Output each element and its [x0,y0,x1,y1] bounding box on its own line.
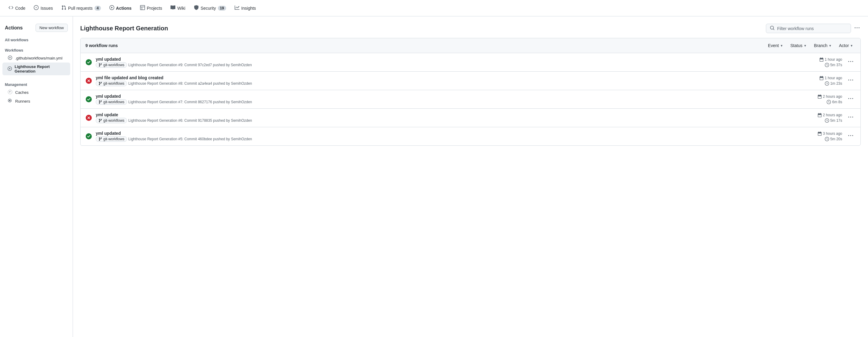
run-time: 1 hour ago [819,57,842,62]
run-meta: 1 hour ago 1m 23s [819,76,842,86]
run-time: 2 hours ago [817,113,842,117]
runs-header: 9 workflow runs Event ▼ Status ▼ Branch … [81,38,860,53]
table-row[interactable]: yml file updated and blog created git-wo… [81,72,860,90]
sidebar-item-lighthouse[interactable]: Lighthouse Report Generation [2,63,70,75]
nav-item-pull-requests[interactable]: Pull requests 4 [58,3,104,14]
run-duration-value: 1m 23s [830,81,842,86]
table-row[interactable]: yml updated git-workflows Lighthouse Rep… [81,127,860,145]
run-time-ago: 1 hour ago [825,76,842,80]
nav-item-issues[interactable]: Issues [30,3,56,14]
management-label: Management [0,80,73,88]
run-title: yml updated [96,57,816,62]
run-duration-value: 5m 37s [830,63,842,67]
nav-item-code[interactable]: Code [5,3,29,14]
sidebar-header: Actions New workflow [0,21,73,36]
sidebar-title: Actions [5,25,23,31]
nav-label-insights: Insights [241,6,256,11]
filter-actor-button[interactable]: Actor ▼ [836,42,856,49]
run-subtitle: git-workflows Lighthouse Report Generati… [96,99,814,105]
run-branch-badge[interactable]: git-workflows [96,136,127,142]
run-branch-badge[interactable]: git-workflows [96,99,127,105]
run-more-options-button[interactable] [846,113,856,122]
table-row[interactable]: yml updated git-workflows Lighthouse Rep… [81,53,860,72]
workflows-section-label: All workflows [0,36,73,43]
nav-item-insights[interactable]: Insights [231,3,259,14]
search-input[interactable] [777,26,847,31]
new-workflow-button[interactable]: New workflow [36,24,68,32]
sidebar-item-runners[interactable]: Runners [2,97,70,106]
run-branch-badge[interactable]: git-workflows [96,118,127,123]
event-chevron-icon: ▼ [780,44,783,47]
filter-event-label: Event [768,43,779,48]
run-title: yml updated [96,94,814,99]
sidebar-item-label-runners: Runners [15,99,30,104]
run-more-options-button[interactable] [846,58,856,67]
run-meta: 2 hours ago 6m 8s [817,94,842,104]
main-content: Lighthouse Report Generation [73,16,868,337]
sidebar-item-main-yml[interactable]: .github/workflows/main.yml [2,54,70,63]
run-info: yml file updated and blog created git-wo… [96,75,816,86]
run-message: Lighthouse Report Generation #5: Commit … [128,137,252,141]
run-meta: 1 hour ago 5m 37s [819,57,842,67]
top-nav: Code Issues Pull requests 4 Actions [0,0,868,16]
run-branch-badge[interactable]: git-workflows [96,81,127,86]
insights-icon [235,5,240,11]
run-branch-badge[interactable]: git-workflows [96,62,127,68]
run-time-ago: 2 hours ago [823,113,842,117]
search-icon [770,26,775,31]
filter-status-button[interactable]: Status ▼ [788,42,809,49]
sidebar-item-caches[interactable]: Caches [2,88,70,97]
nav-item-projects[interactable]: Projects [136,3,166,14]
filter-branch-button[interactable]: Branch ▼ [811,42,834,49]
runs-filters: Event ▼ Status ▼ Branch ▼ Actor ▼ [766,42,856,49]
main-layout: Actions New workflow All workflows Workf… [0,16,868,337]
nav-item-actions[interactable]: Actions [106,3,135,14]
search-box[interactable] [766,24,851,33]
runners-icon [7,99,13,104]
run-more-options-button[interactable] [846,132,856,141]
security-badge: 19 [218,6,226,11]
security-icon [194,5,199,11]
nav-label-wiki: Wiki [177,6,185,11]
run-message: Lighthouse Report Generation #6: Commit … [128,119,252,123]
run-more-options-button[interactable] [846,95,856,104]
nav-item-wiki[interactable]: Wiki [167,3,189,14]
run-subtitle: git-workflows Lighthouse Report Generati… [96,118,814,123]
filter-event-button[interactable]: Event ▼ [766,42,786,49]
run-time-ago: 2 hours ago [823,94,842,99]
table-row[interactable]: yml update git-workflows Lighthouse Repo… [81,109,860,127]
run-info: yml update git-workflows Lighthouse Repo… [96,112,814,123]
runs-list: yml updated git-workflows Lighthouse Rep… [81,53,860,145]
run-subtitle: git-workflows Lighthouse Report Generati… [96,81,816,86]
status-chevron-icon: ▼ [804,44,807,47]
run-more-options-button[interactable] [846,76,856,85]
workflows-label: Workflows [0,46,73,54]
filter-branch-label: Branch [814,43,827,48]
runs-container: 9 workflow runs Event ▼ Status ▼ Branch … [80,38,861,146]
nav-label-security: Security [200,6,216,11]
table-row[interactable]: yml updated git-workflows Lighthouse Rep… [81,90,860,109]
run-status-icon [85,114,92,121]
run-title: yml updated [96,131,814,136]
actions-icon [110,5,114,11]
run-duration: 5m 17s [825,119,842,123]
run-time: 2 hours ago [817,94,842,99]
run-status-icon [85,77,92,84]
run-subtitle: git-workflows Lighthouse Report Generati… [96,62,816,68]
workflow-icon-main [7,56,13,61]
nav-item-security[interactable]: Security 19 [190,3,230,14]
run-time-ago: 1 hour ago [825,57,842,62]
run-status-icon [85,96,92,103]
wiki-icon [170,5,175,11]
run-meta: 3 hours ago 5m 20s [817,131,842,141]
more-options-button[interactable] [854,24,861,33]
run-status-icon [85,133,92,140]
run-time-ago: 3 hours ago [823,131,842,136]
run-duration-value: 6m 8s [832,100,842,104]
nav-label-pull-requests: Pull requests [68,6,93,11]
nav-label-actions: Actions [116,6,132,11]
code-icon [8,5,13,11]
run-info: yml updated git-workflows Lighthouse Rep… [96,94,814,105]
run-message: Lighthouse Report Generation #7: Commit … [128,100,252,104]
sidebar: Actions New workflow All workflows Workf… [0,16,73,337]
